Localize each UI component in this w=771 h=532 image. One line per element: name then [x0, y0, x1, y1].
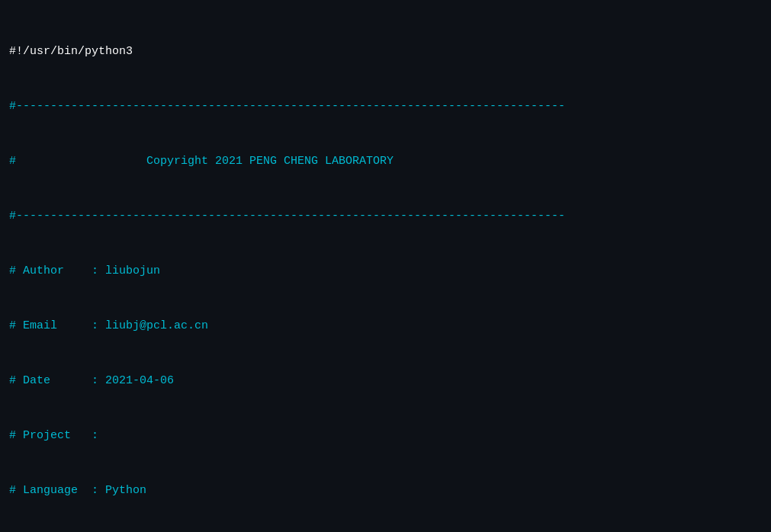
- divider-line-1: #---------------------------------------…: [9, 98, 762, 116]
- project-line: # Project :: [9, 427, 762, 445]
- author-line: # Author : liubojun: [9, 262, 762, 280]
- email-line: # Email : liubj@pcl.ac.cn: [9, 317, 762, 335]
- shebang-line: #!/usr/bin/python3: [9, 43, 762, 61]
- divider-line-2: #---------------------------------------…: [9, 207, 762, 226]
- copyright-line: # Copyright 2021 PENG CHENG LABORATORY: [9, 152, 762, 171]
- code-editor: #!/usr/bin/python3 #--------------------…: [9, 6, 762, 532]
- date-line: # Date : 2021-04-06: [9, 372, 762, 390]
- language-line: # Language : Python: [9, 482, 762, 500]
